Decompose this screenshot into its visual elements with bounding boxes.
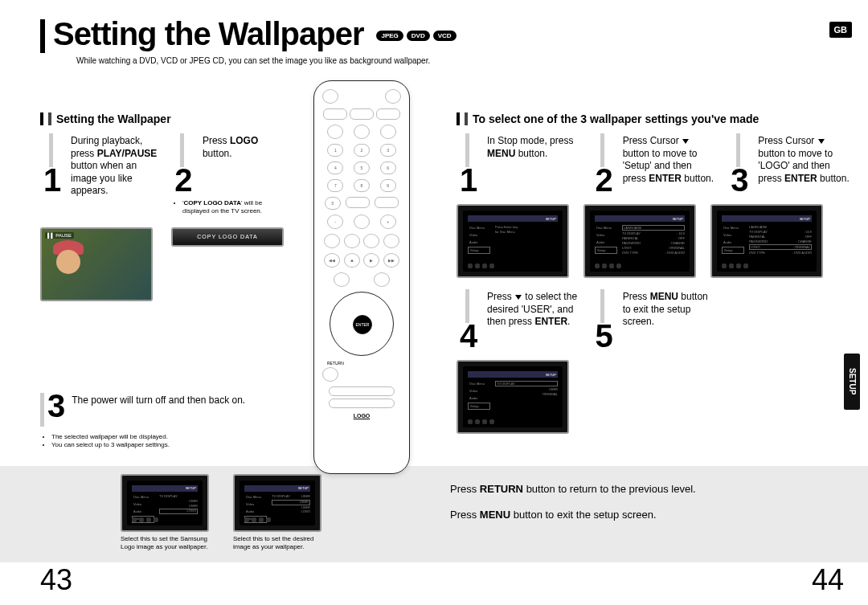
tv-photo-preview: ▌▌ PAUSE	[40, 227, 153, 301]
bottom-note-1: Press RETURN button to return to the pre…	[450, 482, 828, 497]
heading-bar	[465, 112, 468, 125]
remote-btn: ▶	[363, 253, 379, 268]
remote-btn: ▶▶	[383, 253, 399, 268]
remote-dpad: ENTER	[330, 292, 394, 356]
step-number: 2	[171, 133, 196, 193]
remote-btn	[322, 367, 338, 382]
remote-control-illustration: 123 456 789 0 -+ ◀◀■▶▶▶ ENTER RETURN LOG…	[313, 80, 410, 474]
remote-btn	[334, 272, 350, 287]
heading-bar	[40, 112, 43, 125]
page-number-left: 43	[40, 563, 72, 597]
remote-btn	[376, 108, 400, 120]
remote-btn: 2	[354, 144, 370, 157]
right-column: To select one of the 3 wallpaper setting…	[457, 112, 850, 445]
r-step5-text: Press MENU button to exit the setup scre…	[623, 289, 715, 329]
remote-btn: 6	[380, 161, 396, 174]
page-title-group: Setting the Wallpaper JPEG DVD VCD	[40, 16, 457, 53]
r-step2-text: Press Cursor button to move to 'Setup' a…	[623, 133, 715, 185]
pill-dvd: DVD	[407, 31, 430, 41]
remote-btn	[323, 108, 347, 120]
bottom-caption-2: Select this to set the desired image as …	[233, 535, 330, 550]
remote-btn	[327, 125, 343, 139]
r-step1-text: In Stop mode, press MENU button.	[487, 133, 579, 160]
step1-text: During playback, press PLAY/PAUSE button…	[71, 133, 158, 198]
remote-btn: 5	[354, 161, 370, 174]
step-number: 1	[40, 133, 64, 193]
step-number: 3	[727, 133, 751, 193]
heading-text: Setting the Wallpaper	[56, 112, 171, 125]
remote-btn: ■	[344, 253, 360, 268]
step2-text: Press LOGO button.	[203, 133, 289, 160]
remote-btn	[350, 108, 374, 120]
remote-btn: 0	[325, 197, 341, 210]
remote-btn	[329, 399, 395, 408]
tv-screen-bottom-logo: SETUP Disc Menu Video Audio Setup TV DIS…	[121, 474, 209, 532]
page-title: Setting the Wallpaper	[53, 16, 363, 52]
remote-return-label: RETURN	[322, 361, 401, 366]
remote-btn: 9	[380, 179, 396, 192]
pause-icon: ▌▌ PAUSE	[45, 232, 74, 239]
step3-notes: The selected wallpaper will be displayed…	[40, 433, 289, 450]
remote-btn	[363, 234, 379, 248]
remote-btn	[354, 125, 370, 139]
heading-bar	[457, 112, 460, 125]
step-number: 5	[592, 289, 616, 349]
step2-note: 'COPY LOGO DATA' will be displayed on th…	[171, 199, 289, 216]
r-step3-text: Press Cursor button to move to 'LOGO' an…	[758, 133, 850, 185]
step3-text: The power will turn off and then back on…	[72, 393, 245, 407]
cursor-down-icon	[682, 139, 689, 144]
remote-btn	[354, 215, 370, 229]
r-step4-text: Press to select the desired 'USER', and …	[487, 289, 579, 329]
tv-screen-menu: SETUP Disc Menu Video Audio Setup Press …	[457, 204, 569, 278]
tv-screen-setup-logo: SETUP Disc Menu Video Audio Setup LANGUA…	[710, 204, 823, 278]
pill-jpeg: JPEG	[376, 31, 403, 41]
tv-screen-bottom-user: SETUP Disc Menu Video Audio Setup TV DIS…	[233, 474, 321, 532]
remote-btn	[374, 272, 390, 287]
page-number-right: 44	[812, 563, 844, 597]
remote-btn	[385, 89, 401, 104]
cursor-down-icon	[818, 139, 825, 144]
remote-btn	[383, 234, 399, 248]
remote-btn	[380, 125, 396, 139]
remote-btn: 8	[354, 179, 370, 192]
setup-side-tab: SETUP	[844, 354, 860, 410]
remote-btn: -	[327, 215, 343, 229]
left-column: Setting the Wallpaper 1 During playback,…	[40, 112, 289, 456]
right-heading: To select one of the 3 wallpaper setting…	[457, 112, 850, 125]
remote-btn	[375, 197, 399, 208]
remote-btn: ◀◀	[324, 253, 340, 268]
step-number: 4	[457, 289, 481, 349]
remote-btn: 7	[327, 179, 343, 192]
remote-btn	[329, 386, 395, 396]
tv-screen-setup: SETUP Disc Menu Video Audio Setup LANGUA…	[583, 204, 696, 278]
heading-text: To select one of the 3 wallpaper setting…	[473, 112, 759, 125]
remote-btn	[322, 89, 338, 104]
region-badge: GB	[829, 22, 853, 38]
step-number: 2	[592, 133, 616, 193]
tv-copy-logo-banner: COPY LOGO DATA	[171, 227, 284, 247]
remote-btn	[346, 197, 370, 208]
bottom-caption-1: Select this to set the Samsung Logo imag…	[121, 535, 217, 550]
remote-logo-label: LOGO	[322, 413, 401, 419]
remote-btn	[324, 234, 340, 248]
remote-enter-button: ENTER	[353, 315, 372, 334]
step-number: 3	[40, 393, 65, 427]
step-number: 1	[457, 133, 481, 193]
remote-btn	[344, 234, 360, 248]
remote-btn: 1	[327, 144, 343, 157]
format-pills: JPEG DVD VCD	[376, 31, 456, 41]
remote-btn: 4	[327, 161, 343, 174]
remote-btn: 3	[380, 144, 396, 157]
cursor-down-icon	[515, 295, 522, 300]
tv-screen-user-select: SETUP Disc Menu Video Audio Setup TV DIS…	[457, 360, 569, 434]
remote-btn: +	[380, 215, 396, 229]
pill-vcd: VCD	[433, 31, 457, 41]
left-heading: Setting the Wallpaper	[40, 112, 289, 125]
title-accent-bar	[40, 19, 45, 53]
page-subtitle: While watching a DVD, VCD or JPEG CD, yo…	[76, 56, 430, 65]
bottom-content: SETUP Disc Menu Video Audio Setup TV DIS…	[121, 474, 828, 550]
bottom-note-2: Press MENU button to exit the setup scre…	[450, 508, 828, 522]
heading-bar	[48, 112, 51, 125]
